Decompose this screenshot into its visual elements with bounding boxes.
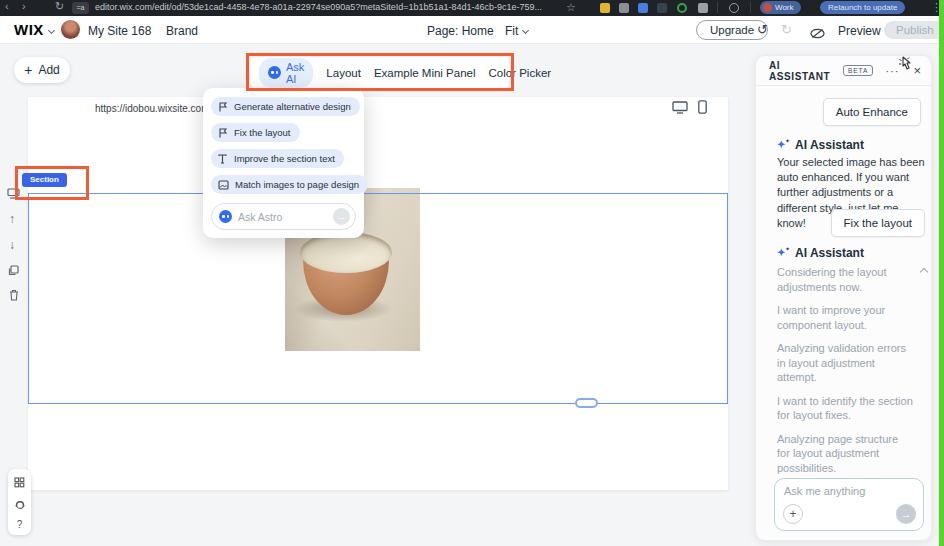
chat-input[interactable] [784,485,909,497]
tab-badge: =a [72,2,89,14]
grid-tools-icon[interactable] [14,474,25,492]
annotation-box-section [15,166,89,200]
status-item: Considering the layout adjustments now. [777,265,927,294]
chevron-down-icon [522,27,529,34]
screenshare-border [939,0,944,546]
desktop-view-icon[interactable] [672,100,688,118]
browser-forward-icon[interactable]: › [22,0,26,12]
extension-icon[interactable] [638,3,648,13]
add-button[interactable]: + Add [14,57,70,83]
status-item: I want to improve your component layout. [777,303,927,332]
browser-chrome: ‹ › ↻ =a editor.wix.com/edit/od/53de1cad… [0,0,944,16]
editor-topbar: WIX My Site 168 Brand Page: Home Fit Upg… [0,16,944,44]
astro-icon [219,210,232,223]
preview-button[interactable]: Preview [838,24,881,38]
site-name[interactable]: My Site 168 [88,24,151,38]
redo-icon[interactable]: ↻ [781,22,792,37]
support-icon[interactable] [14,497,26,515]
status-item: I want to identify the section for layou… [777,394,927,423]
sparkle-icon: ✦✦ [777,140,788,151]
menu-item-label: Improve the section text [234,153,335,164]
assistant-label-row: ✦✦ AI Assistant [777,138,864,152]
plus-icon: + [24,62,32,78]
extension-icon[interactable] [600,3,610,13]
publish-button[interactable]: Publish [884,21,944,39]
bookmark-star-icon[interactable]: ☆ [566,1,576,14]
canvas-tools-panel: ? [8,469,31,535]
history-clock-icon[interactable] [729,3,739,13]
site-canvas[interactable]: https://idobou.wixsite.com/my-site-168Co… [28,97,728,490]
browser-reload-icon[interactable]: ↻ [55,0,64,13]
section-resize-handle[interactable] [575,398,598,408]
extension-icon[interactable] [657,3,667,13]
menu-item-generate-alternative-design[interactable]: Generate alternative design [211,97,360,116]
flag-icon [218,128,228,138]
wix-editor-screen: ‹ › ↻ =a editor.wix.com/edit/od/53de1cad… [0,0,944,546]
sparkle-icon: ✦✦ [777,248,788,259]
downloads-icon[interactable] [698,3,708,13]
menu-item-label: Fix the layout [234,127,291,138]
help-icon[interactable]: ? [17,519,23,530]
relaunch-to-update-button[interactable]: Relaunch to update [820,1,905,14]
menu-item-label: Match images to page design [235,179,359,190]
fix-layout-button[interactable]: Fix the layout [831,209,925,237]
ai-assistant-panel: AI ASSISTANT BETA ··· × Auto Enhance ✦✦ … [755,55,932,541]
collapse-chevron-icon[interactable] [920,268,928,276]
extension-icon[interactable] [619,3,629,13]
send-icon[interactable]: → [333,208,350,225]
zoom-fit-selector[interactable]: Fit [505,24,528,38]
menu-item-fix-the-layout[interactable]: Fix the layout [211,123,300,142]
browser-profile-chip[interactable]: Work [760,1,801,14]
extension-icon[interactable] [677,3,687,13]
wix-logo-label: WIX [14,21,44,38]
profile-avatar [763,3,772,12]
browser-back-icon[interactable]: ‹ [5,0,9,12]
mouse-cursor-icon [896,55,916,79]
add-label: Add [38,63,59,77]
hide-controls-icon[interactable] [810,25,825,43]
send-button[interactable]: → [896,504,916,524]
delete-icon[interactable] [9,289,19,304]
section-outline[interactable] [28,193,728,404]
move-up-icon[interactable]: ↑ [9,212,15,226]
menu-item-improve-section-text[interactable]: Improve the section text [211,149,344,168]
wix-logo-menu[interactable]: WIX [14,21,54,38]
menu-item-label: Generate alternative design [234,101,351,112]
ask-astro-input[interactable] [238,211,327,223]
assistant-name: AI Assistant [795,138,864,152]
chevron-down-icon [48,27,55,34]
brand-menu-item[interactable]: Brand [166,24,198,38]
ask-astro-inputbox[interactable]: → [211,203,356,230]
user-avatar[interactable] [61,20,80,39]
ask-ai-menu: Generate alternative design Fix the layo… [203,88,364,238]
mobile-view-icon[interactable] [698,100,707,118]
chat-inputbox[interactable]: + → [774,478,924,531]
duplicate-icon[interactable] [8,265,19,279]
image-icon [218,180,229,190]
fit-label: Fit [505,24,518,38]
auto-enhance-button[interactable]: Auto Enhance [823,98,921,126]
annotation-box-toolbar [246,53,514,91]
divider [750,2,751,13]
status-item: Analyzing validation errors in layout ad… [777,341,927,385]
profile-label: Work [775,3,794,12]
assistant-name: AI Assistant [795,246,864,260]
beta-badge: BETA [843,65,874,76]
page-selector[interactable]: Page: Home [427,24,494,38]
menu-item-match-images[interactable]: Match images to page design [211,175,368,194]
status-item: Analyzing page structure for layout adju… [777,432,927,476]
address-bar[interactable]: editor.wix.com/edit/od/53de1cad-4458-4e7… [95,2,555,12]
move-down-icon[interactable]: ↓ [9,238,15,252]
attach-button[interactable]: + [783,504,803,524]
assistant-label-row: ✦✦ AI Assistant [777,246,864,260]
divider [717,2,718,13]
flag-icon [218,102,228,112]
undo-icon[interactable]: ↺ [757,22,768,37]
panel-title: AI ASSISTANT [769,60,837,82]
text-icon [218,154,228,164]
status-text: Considering the layout adjustments now. [777,266,886,293]
